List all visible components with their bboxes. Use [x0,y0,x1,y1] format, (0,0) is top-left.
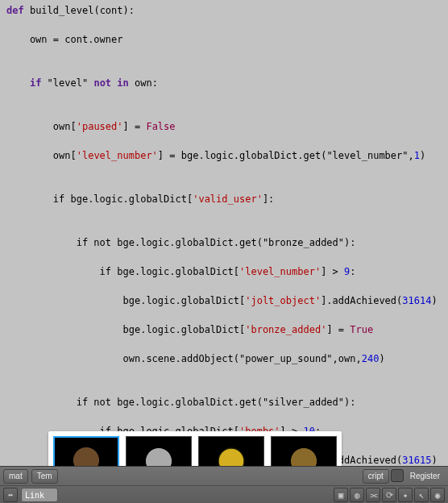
register-checkbox[interactable] [391,469,404,482]
templates-menu-button[interactable]: Tem [31,469,58,484]
wand-icon[interactable]: ✦ [398,488,413,502]
link-icon[interactable]: ⬌ [3,488,18,502]
camera-icon[interactable]: ◉ [430,488,445,502]
globe-icon[interactable]: ◍ [350,488,364,502]
cursor-icon[interactable]: ↖ [414,488,429,502]
refresh-icon[interactable]: ⟳ [382,488,396,502]
editor-footer-toolbar: mat Tem cript Register ⬌ Link ▣ ◍ ⫘ ⟳ ✦ … [0,466,448,503]
link-field[interactable]: Link [21,488,58,502]
cube-icon[interactable]: ▣ [334,488,348,502]
code-editor[interactable]: def build_level(cont): own = cont.owner … [0,0,448,503]
register-label: Register [405,469,445,484]
format-menu-button[interactable]: mat [3,469,28,484]
link-chain-icon[interactable]: ⫘ [366,488,380,502]
script-field[interactable]: cript [363,469,389,484]
